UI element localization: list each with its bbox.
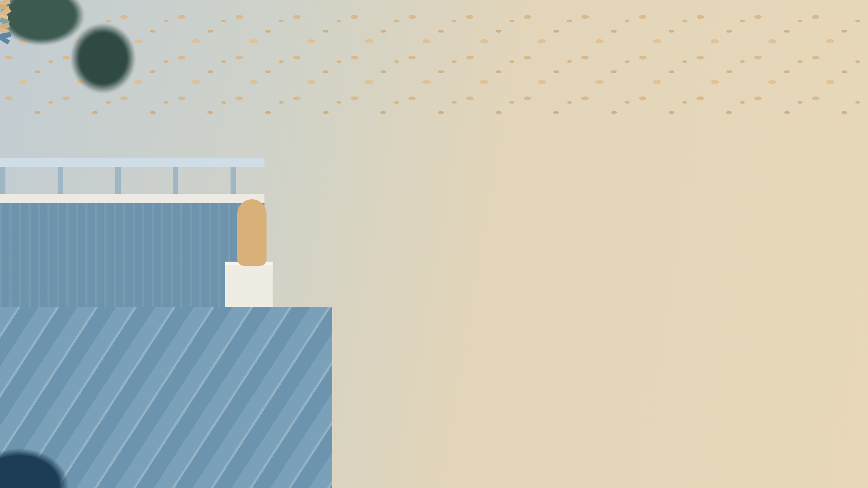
wallpaper-scattered-leaves [0,400,237,488]
wallpaper-wall-cap [0,194,264,204]
wallpaper-foliage-topleft [0,0,156,115]
desktop: 1.8%43°C38°C9.7G Nightcore Music Mix 20…… [0,0,868,488]
wallpaper-wall [0,203,264,309]
wallpaper [0,0,868,42]
wallpaper-cat [237,199,267,266]
